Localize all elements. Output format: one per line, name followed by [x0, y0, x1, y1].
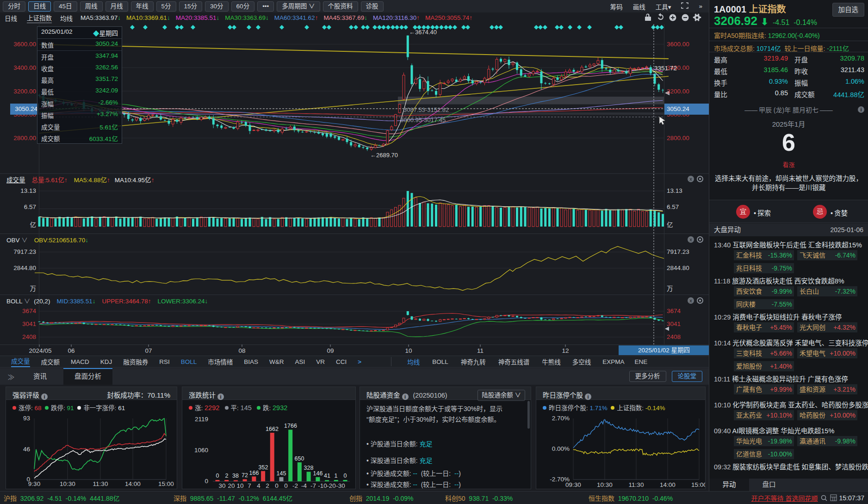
svg-text:3087.53-3152.82: 3087.53-3152.82 — [403, 106, 449, 113]
svg-text:x: x — [689, 176, 692, 182]
svg-text:2024/05: 2024/05 — [29, 347, 52, 354]
svg-text:x: x — [689, 237, 692, 242]
svg-text:145: 145 — [277, 470, 286, 477]
svg-text:9:30: 9:30 — [28, 480, 40, 487]
svg-text:09:30: 09:30 — [565, 481, 581, 488]
svg-text:3200.00: 3200.00 — [13, 88, 36, 95]
svg-text:14:00: 14:00 — [125, 480, 141, 487]
svg-text:72: 72 — [242, 472, 248, 479]
svg-text:BOLL ∨(20,2)MID:3385.51↓UPPER:: BOLL ∨(20,2)MID:3385.51↓UPPER:3464.78↑LO… — [6, 298, 208, 305]
svg-text:3351.72: 3351.72 — [654, 65, 677, 72]
svg-text:46: 46 — [23, 446, 30, 453]
svg-text:11: 11 — [477, 347, 484, 354]
svg-text:-4: -4 — [301, 482, 307, 489]
svg-text:7917.23: 7917.23 — [13, 248, 36, 255]
svg-text:3050.24: 3050.24 — [15, 105, 37, 112]
svg-text:2408: 2408 — [667, 333, 681, 340]
svg-text:11:30: 11:30 — [93, 480, 108, 487]
svg-text:15:00: 15:00 — [158, 480, 174, 487]
svg-text:2: 2 — [225, 473, 229, 479]
svg-text:7917.23: 7917.23 — [667, 248, 689, 255]
svg-text:-30: -30 — [336, 482, 345, 489]
svg-text:2025/01/02 星期四: 2025/01/02 星期四 — [638, 347, 690, 354]
svg-text:15:00: 15:00 — [691, 481, 705, 488]
svg-text:亿: 亿 — [30, 221, 37, 228]
svg-text:3050.24: 3050.24 — [667, 105, 689, 112]
svg-text:万: 万 — [667, 285, 673, 292]
svg-text:07: 07 — [145, 347, 152, 354]
svg-text:0: 0 — [275, 482, 279, 489]
svg-text:4: 4 — [257, 482, 260, 489]
svg-text:3674: 3674 — [22, 307, 37, 314]
svg-text:650: 650 — [295, 455, 304, 462]
svg-text:3041: 3041 — [22, 320, 36, 327]
svg-text:←2689.70: ←2689.70 — [370, 152, 398, 159]
svg-text:6.57: 6.57 — [667, 203, 679, 210]
svg-text:3400.00: 3400.00 — [13, 64, 36, 71]
svg-text:-2: -2 — [292, 482, 298, 489]
svg-text:0: 0 — [344, 473, 347, 479]
svg-text:10:30: 10:30 — [597, 481, 613, 488]
svg-text:1: 1 — [335, 473, 338, 479]
svg-text:成交量总量:5.61亿↑MA5:4.88亿↑MA10:4.9: 成交量总量:5.61亿↑MA5:4.88亿↑MA10:4.95亿↑ — [6, 176, 154, 184]
svg-text:0.00%: 0.00% — [552, 445, 570, 452]
svg-text:2408: 2408 — [22, 333, 36, 340]
svg-text:6.57: 6.57 — [24, 203, 36, 210]
svg-text:0: 0 — [216, 473, 219, 479]
svg-text:3041: 3041 — [667, 320, 681, 327]
svg-text:-10: -10 — [318, 482, 327, 489]
svg-text:352: 352 — [259, 464, 268, 471]
svg-text:3600.00: 3600.00 — [667, 41, 689, 48]
svg-text:11:30: 11:30 — [629, 481, 644, 488]
svg-text:-20: -20 — [327, 482, 336, 489]
svg-text:12: 12 — [562, 347, 569, 354]
svg-text:2844.80: 2844.80 — [667, 264, 689, 271]
svg-text:2119: 2119 — [195, 416, 208, 423]
svg-text:30: 30 — [218, 482, 225, 489]
svg-text:20: 20 — [228, 482, 235, 489]
svg-text:06: 06 — [68, 347, 74, 354]
svg-text:2: 2 — [266, 482, 269, 489]
svg-text:14:00: 14:00 — [660, 481, 676, 488]
svg-text:10: 10 — [405, 347, 412, 354]
svg-text:10:30: 10:30 — [60, 480, 75, 487]
svg-text:38: 38 — [232, 473, 239, 479]
svg-text:10: 10 — [236, 482, 243, 489]
svg-text:0: 0 — [284, 482, 288, 489]
svg-text:2800.00: 2800.00 — [13, 135, 36, 141]
svg-text:-7: -7 — [310, 482, 316, 489]
svg-text:0: 0 — [205, 478, 208, 485]
svg-text:万: 万 — [30, 285, 37, 292]
svg-text:3200.00: 3200.00 — [667, 88, 689, 95]
svg-text:1060: 1060 — [194, 447, 208, 454]
svg-text:146: 146 — [313, 470, 323, 477]
svg-text:41: 41 — [324, 473, 330, 479]
svg-text:09: 09 — [327, 347, 334, 354]
svg-text:1766: 1766 — [284, 423, 297, 429]
svg-text:13.13: 13.13 — [20, 187, 36, 194]
svg-text:2800.00: 2800.00 — [667, 135, 689, 141]
svg-text:7: 7 — [248, 482, 251, 489]
svg-text:2844.80: 2844.80 — [13, 264, 36, 271]
svg-text:328: 328 — [304, 465, 314, 471]
svg-text:3674: 3674 — [667, 307, 681, 314]
svg-text:x: x — [689, 298, 692, 303]
svg-text:166: 166 — [249, 470, 259, 476]
svg-text:1662: 1662 — [266, 426, 279, 432]
svg-text:13.13: 13.13 — [667, 187, 682, 194]
svg-text:2.70%: 2.70% — [552, 415, 570, 422]
svg-text:3600.00: 3600.00 — [13, 41, 36, 48]
svg-text:08: 08 — [238, 347, 245, 354]
svg-text:OBV ∨OBV:52106516.70↓: OBV ∨OBV:52106516.70↓ — [6, 237, 88, 244]
svg-text:←3674.40: ←3674.40 — [409, 29, 437, 36]
svg-text:亿: 亿 — [667, 221, 673, 228]
svg-text:3000.95-3017.45: 3000.95-3017.45 — [400, 117, 446, 123]
svg-text:93: 93 — [23, 415, 30, 422]
